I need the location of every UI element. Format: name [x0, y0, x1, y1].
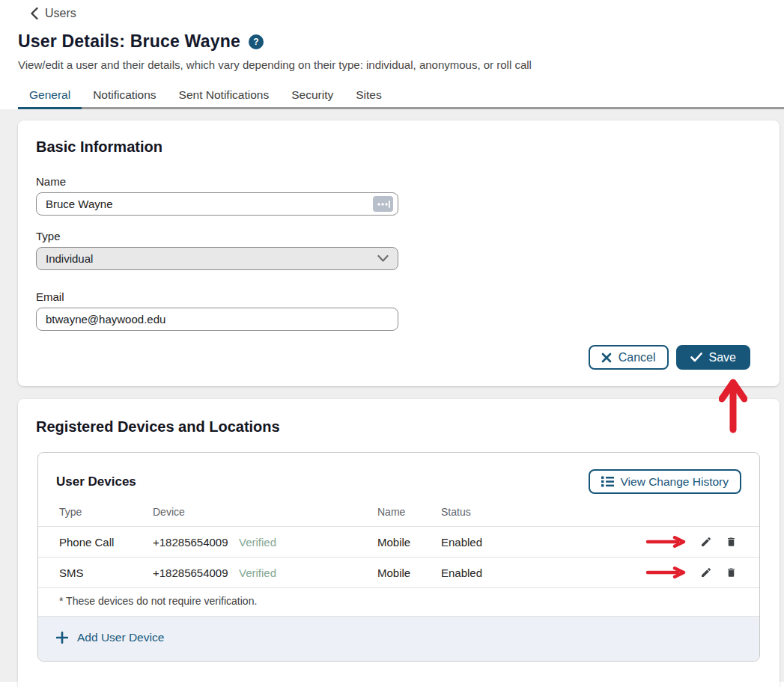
- device-number: +18285654009: [153, 536, 239, 549]
- view-change-history-button[interactable]: View Change History: [589, 469, 741, 494]
- save-button-label: Save: [709, 351, 736, 364]
- view-change-history-label: View Change History: [621, 475, 729, 489]
- page-subtitle: View/edit a user and their details, whic…: [18, 58, 784, 71]
- basic-information-title: Basic Information: [36, 138, 762, 156]
- device-type: SMS: [59, 567, 153, 579]
- table-row: Phone Call +18285654009 Verified Mobile …: [38, 527, 759, 558]
- column-header-name: Name: [377, 506, 441, 518]
- email-input[interactable]: [36, 308, 398, 331]
- save-button[interactable]: Save: [676, 345, 750, 370]
- chevron-left-icon: [30, 7, 38, 19]
- tab-sites[interactable]: Sites: [344, 82, 392, 109]
- name-input[interactable]: [36, 192, 398, 216]
- type-select-value: Individual: [46, 252, 93, 265]
- tab-security[interactable]: Security: [280, 82, 344, 109]
- content-area: Basic Information Name Type Individual: [0, 109, 784, 682]
- cancel-button-label: Cancel: [619, 351, 656, 364]
- add-user-device-button[interactable]: Add User Device: [56, 631, 164, 644]
- table-row: SMS +18285654009 Verified Mobile Enabled: [38, 558, 759, 588]
- email-label: Email: [36, 290, 398, 303]
- back-link[interactable]: Users: [30, 7, 76, 20]
- user-devices-panel: User Devices View Change History Type De…: [37, 452, 760, 662]
- delete-icon[interactable]: [724, 534, 738, 549]
- plus-icon: [56, 632, 68, 644]
- add-user-device-label: Add User Device: [77, 631, 164, 644]
- name-label: Name: [36, 175, 398, 188]
- chevron-down-icon: [377, 254, 389, 263]
- edit-icon[interactable]: [699, 565, 714, 580]
- back-link-label: Users: [45, 7, 76, 20]
- user-devices-table: Type Device Name Status Phone Call +1828…: [38, 506, 759, 661]
- tab-general[interactable]: General: [18, 82, 82, 109]
- page-title: User Details: Bruce Wayne: [18, 31, 240, 52]
- page-header: Users User Details: Bruce Wayne ? View/e…: [0, 0, 784, 109]
- device-type: Phone Call: [59, 536, 153, 549]
- verification-status: Verified: [239, 536, 377, 549]
- registered-devices-title: Registered Devices and Locations: [36, 418, 762, 436]
- check-icon: [690, 352, 702, 362]
- delete-icon[interactable]: [724, 565, 738, 580]
- basic-information-card: Basic Information Name Type Individual: [18, 120, 780, 386]
- x-icon: [601, 352, 612, 363]
- device-status: Enabled: [441, 536, 553, 549]
- table-footer: Add User Device: [38, 616, 759, 661]
- annotation-arrow-right: [646, 536, 687, 548]
- table-header-row: Type Device Name Status: [38, 506, 759, 527]
- annotation-arrow-right: [646, 567, 687, 578]
- tab-bar: General Notifications Sent Notifications…: [18, 82, 784, 109]
- edit-icon[interactable]: [699, 534, 714, 549]
- help-icon[interactable]: ?: [249, 34, 264, 49]
- tab-sent-notifications[interactable]: Sent Notifications: [168, 82, 281, 109]
- device-number: +18285654009: [153, 567, 239, 579]
- column-header-device: Device: [153, 506, 239, 518]
- user-devices-title: User Devices: [56, 474, 136, 489]
- device-status: Enabled: [441, 567, 553, 579]
- column-header-status: Status: [441, 506, 553, 518]
- column-header-type: Type: [59, 506, 153, 518]
- type-label: Type: [36, 230, 398, 242]
- device-name: Mobile: [377, 536, 441, 549]
- verification-status: Verified: [239, 567, 377, 579]
- list-icon: [601, 476, 614, 487]
- verification-footnote: * These devices do not require verificat…: [38, 588, 759, 616]
- text-expander-icon[interactable]: [373, 196, 393, 212]
- tab-notifications[interactable]: Notifications: [82, 82, 167, 109]
- device-name: Mobile: [377, 567, 441, 579]
- registered-devices-card: Registered Devices and Locations User De…: [18, 399, 780, 687]
- cancel-button[interactable]: Cancel: [589, 345, 669, 370]
- type-select[interactable]: Individual: [36, 247, 398, 270]
